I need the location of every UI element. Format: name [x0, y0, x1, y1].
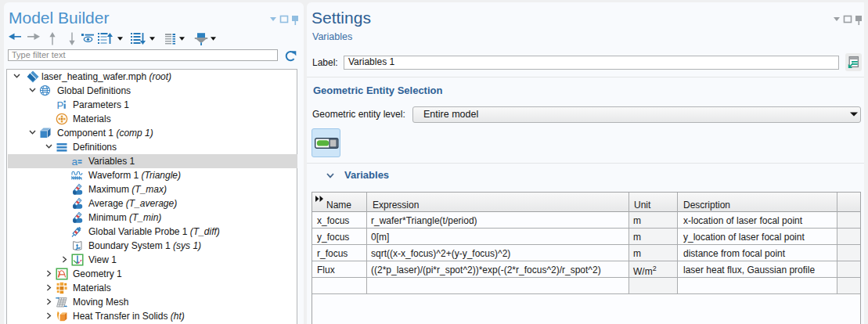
svg-text:a: a [72, 156, 78, 167]
svg-text:P: P [57, 99, 64, 111]
